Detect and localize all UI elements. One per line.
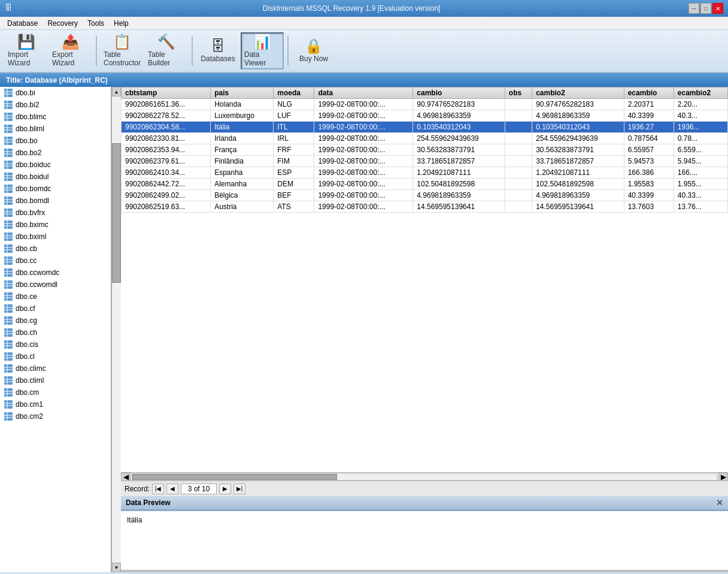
table-builder-button[interactable]: 🔨 Table Builder	[145, 32, 188, 70]
minimize-button[interactable]: ─	[688, 3, 699, 14]
sidebar-item[interactable]: dbo.bi	[0, 87, 111, 99]
table-cell: 254.559629439639	[532, 133, 624, 144]
table-row[interactable]: 99020862410.34...EspanhaESP1999-02-08T00…	[122, 167, 728, 179]
maximize-button[interactable]: □	[700, 3, 711, 14]
sidebar-item[interactable]: dbo.cc	[0, 255, 111, 267]
data-table-container[interactable]: cbtstamppaismoedadatacambioobscambio2eca…	[121, 87, 728, 472]
table-row[interactable]: 99020862499.02...BélgicaBEF1999-02-08T00…	[122, 190, 728, 201]
table-icon	[4, 172, 13, 182]
table-row[interactable]: 99020862379.61...FinlândiaFIM1999-02-08T…	[122, 156, 728, 167]
horizontal-scrollbar[interactable]: ◀ ▶	[121, 472, 728, 481]
sidebar-item-label: dbo.climc	[16, 364, 46, 373]
sidebar-item[interactable]: dbo.bliml	[0, 123, 111, 135]
window-controls: ─ □ ✕	[688, 3, 723, 14]
sidebar-item[interactable]: dbo.climc	[0, 362, 111, 374]
record-input[interactable]	[181, 484, 217, 494]
table-cell: 99020862519.63...	[122, 201, 211, 213]
table-cell: ITL	[274, 122, 314, 133]
sidebar-item[interactable]: dbo.cis	[0, 339, 111, 351]
record-first-button[interactable]: |◀	[152, 484, 164, 494]
sidebar-item[interactable]: dbo.ce	[0, 291, 111, 303]
sidebar-item[interactable]: dbo.ch	[0, 327, 111, 339]
table-cell: 1936.27	[624, 122, 674, 133]
sidebar-item[interactable]: dbo.cb	[0, 243, 111, 255]
record-prev-button[interactable]: ◀	[166, 484, 178, 494]
table-cell: 1.204921087111	[413, 167, 505, 179]
data-preview-title: Data Preview	[126, 499, 171, 507]
buy-now-button[interactable]: 🔒 Buy Now	[292, 32, 335, 70]
sidebar-item[interactable]: dbo.blimc	[0, 111, 111, 123]
title-bar: 🗄 DiskInternals MSSQL Recovery 1.9 [Eval…	[0, 0, 728, 17]
sidebar-item[interactable]: dbo.cf	[0, 303, 111, 315]
import-wizard-button[interactable]: 💾 Import Wizard	[5, 32, 48, 70]
table-constructor-button[interactable]: 📋 Table Constructor	[101, 32, 144, 70]
sidebar-item[interactable]: dbo.cl	[0, 351, 111, 362]
svg-rect-88	[4, 352, 13, 361]
sidebar-item[interactable]: dbo.bo	[0, 135, 111, 147]
table-row[interactable]: 99020862278.52...LuxemburgoLUF1999-02-08…	[122, 110, 728, 122]
svg-rect-4	[4, 101, 13, 109]
sidebar-item[interactable]: dbo.cg	[0, 315, 111, 327]
table-cell: 1999-02-08T00:00:...	[314, 110, 413, 122]
sidebar-item[interactable]: dbo.bomdc	[0, 183, 111, 195]
sidebar-item[interactable]: dbo.climl	[0, 374, 111, 386]
svg-rect-60	[4, 268, 13, 277]
sidebar-item-label: dbo.bximc	[16, 220, 48, 229]
menu-recovery[interactable]: Recovery	[43, 18, 83, 29]
sidebar-item[interactable]: dbo.cm1	[0, 398, 111, 410]
table-row[interactable]: 99020862353.94...FrançaFRF1999-02-08T00:…	[122, 144, 728, 156]
sidebar-item[interactable]: dbo.ccwomdc	[0, 267, 111, 279]
databases-button[interactable]: 🗄 Databases	[196, 32, 239, 70]
table-cell: 1999-02-08T00:00:...	[314, 133, 413, 144]
table-row[interactable]: 99020862442.72...AlemanhaDEM1999-02-08T0…	[122, 179, 728, 190]
table-row[interactable]: 99020862304.58...ItáliaITL1999-02-08T00:…	[122, 122, 728, 133]
sidebar-item[interactable]: dbo.bximc	[0, 219, 111, 231]
close-button[interactable]: ✕	[712, 3, 723, 14]
column-header: data	[314, 87, 413, 99]
sidebar-item[interactable]: dbo.cm	[0, 386, 111, 398]
data-preview-close[interactable]: ✕	[716, 498, 723, 507]
table-cell: FRF	[274, 144, 314, 156]
table-cell	[505, 122, 532, 133]
menu-help[interactable]: Help	[109, 18, 134, 29]
scroll-down-button[interactable]: ▼	[112, 563, 121, 572]
sidebar-item[interactable]: dbo.bximl	[0, 231, 111, 243]
column-header: ecambio	[624, 87, 674, 99]
record-last-button[interactable]: ▶|	[233, 484, 245, 494]
menu-database[interactable]: Database	[2, 18, 43, 29]
sidebar-item[interactable]: dbo.bvfrx	[0, 207, 111, 219]
table-row[interactable]: 99020862330.81...IrlandaIRL1999-02-08T00…	[122, 133, 728, 144]
export-wizard-button[interactable]: 📤 Export Wizard	[49, 32, 92, 70]
hscroll-thumb	[132, 474, 337, 480]
table-cell: 4.969818963359	[532, 110, 624, 122]
table-row[interactable]: 99020862519.63...AustriaATS1999-02-08T00…	[122, 201, 728, 213]
table-row[interactable]: 99020861651.36...HolandaNLG1999-02-08T00…	[122, 99, 728, 110]
svg-rect-32	[4, 185, 13, 193]
menu-tools[interactable]: Tools	[83, 18, 109, 29]
scroll-up-button[interactable]: ▲	[112, 87, 121, 96]
table-icon	[4, 388, 13, 397]
table-cell: 13.7603	[624, 201, 674, 213]
table-cell: 254.559629439639	[413, 133, 505, 144]
sidebar-item-label: dbo.cf	[16, 304, 35, 313]
table-icon	[4, 376, 13, 385]
data-viewer-button[interactable]: 📊 Data Viewer	[241, 32, 284, 70]
hscroll-right-button[interactable]: ▶	[718, 473, 728, 481]
sidebar-item[interactable]: dbo.ccwomdl	[0, 279, 111, 291]
sidebar-item[interactable]: dbo.cm2	[0, 410, 111, 422]
sidebar-item[interactable]: dbo.bo2	[0, 147, 111, 159]
sidebar-item[interactable]: dbo.boiduc	[0, 159, 111, 171]
table-cell: 40.33...	[674, 190, 727, 201]
table-icon	[4, 112, 13, 122]
resize-handle[interactable]	[121, 570, 728, 572]
sidebar-scrollbar[interactable]: ▲ ▼	[111, 87, 121, 572]
svg-rect-36	[4, 197, 13, 205]
sidebar-item[interactable]: dbo.boidul	[0, 171, 111, 183]
record-next-button[interactable]: ▶	[219, 484, 231, 494]
sidebar-item[interactable]: dbo.bi2	[0, 99, 111, 111]
table-cell: 102.50481892598	[413, 179, 505, 190]
sidebar-item[interactable]: dbo.bomdl	[0, 195, 111, 207]
hscroll-left-button[interactable]: ◀	[121, 473, 131, 481]
table-cell: Itália	[211, 122, 274, 133]
table-icon	[4, 88, 13, 98]
